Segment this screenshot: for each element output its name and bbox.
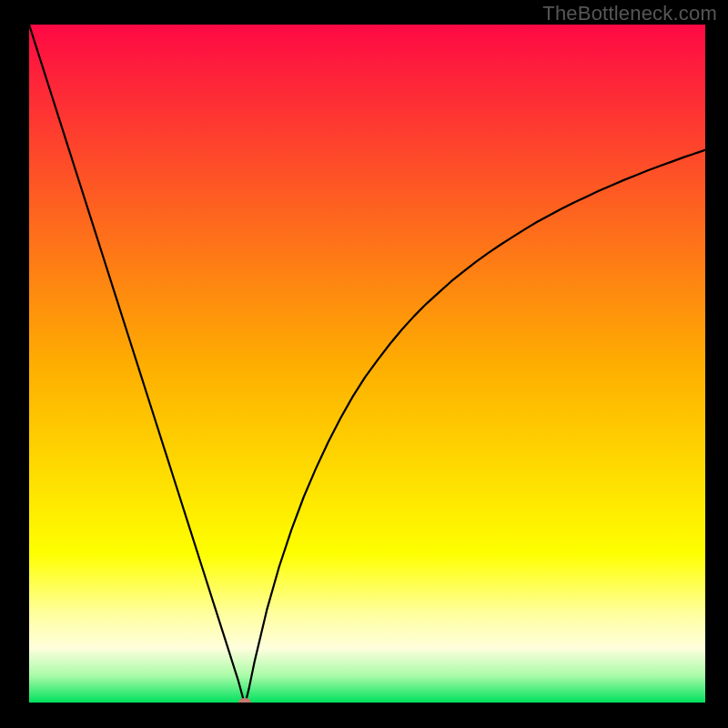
chart-plot [29,25,705,703]
watermark-text: TheBottleneck.com [542,2,717,25]
svg-rect-0 [29,25,705,703]
chart-frame: TheBottleneck.com [0,0,728,728]
